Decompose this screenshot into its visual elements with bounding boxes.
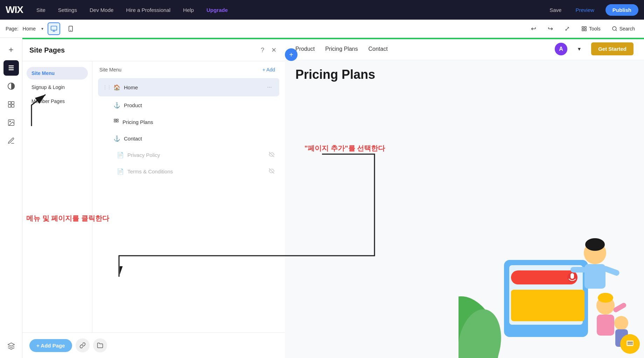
panel-footer: + Add Page	[22, 332, 285, 358]
sidebar-layers-button[interactable]	[4, 338, 19, 354]
doc-icon: 📄	[117, 168, 124, 175]
svg-rect-44	[612, 302, 627, 313]
panel-nav: Site Menu Signup & Login Member Pages	[22, 61, 92, 332]
sidebar-pages-button[interactable]	[4, 60, 19, 76]
hidden-eye-icon	[269, 152, 274, 158]
svg-point-45	[614, 316, 628, 330]
wix-logo: WIX	[6, 4, 23, 15]
contact-icon: ⚓	[113, 135, 120, 142]
avatar-chevron-icon[interactable]: ▾	[578, 46, 581, 52]
svg-rect-6	[584, 27, 586, 28]
preview-nav-contact[interactable]: Contact	[369, 46, 388, 52]
svg-rect-17	[8, 105, 10, 107]
doc-icon: 📄	[117, 152, 124, 158]
preview-nav-product[interactable]: Product	[295, 46, 315, 52]
tools-button[interactable]: Tools	[578, 24, 604, 34]
preview-hero: Pricing Plans	[285, 60, 644, 358]
sidebar-add-button[interactable]: +	[4, 42, 19, 57]
add-page-button[interactable]: + Add Page	[29, 339, 72, 352]
svg-marker-21	[8, 343, 14, 346]
svg-rect-43	[597, 315, 614, 336]
mobile-view-button[interactable]	[64, 22, 77, 35]
svg-rect-15	[8, 102, 10, 104]
nav-site-menu[interactable]: Site Menu	[27, 67, 88, 80]
page-item-product[interactable]: ⋮⋮ ⚓ Product	[98, 98, 279, 113]
link-icon-button[interactable]	[76, 338, 90, 352]
svg-rect-24	[114, 121, 116, 122]
anchor-icon: ⚓	[113, 102, 120, 109]
site-pages-panel: Site Pages ? ✕ Site Menu Signup & Login …	[22, 38, 285, 358]
add-page-link[interactable]: + Add	[260, 66, 278, 74]
svg-rect-38	[584, 264, 606, 289]
page-label-pricing-plans: Pricing Plans	[122, 119, 274, 125]
page-label-contact: Contact	[124, 136, 274, 142]
tools-label: Tools	[589, 26, 601, 32]
panel-list: Site Menu + Add ⋮⋮ 🏠 Home ··· ⋮⋮ ⚓ Produ…	[92, 61, 285, 332]
fit-button[interactable]: ⤢	[561, 22, 574, 35]
svg-rect-16	[11, 102, 14, 104]
annotation-text-2: "페이지 추가"를 선택한다	[304, 144, 385, 153]
save-button[interactable]: Save	[547, 6, 564, 14]
website-preview: + Product Pricing Plans Contact A ▾ Get …	[285, 38, 644, 358]
left-sidebar: +	[0, 38, 22, 358]
page-dropdown-icon[interactable]: ▾	[41, 26, 43, 31]
sidebar-apps-button[interactable]	[4, 97, 19, 112]
desktop-view-button[interactable]	[48, 22, 60, 35]
close-icon[interactable]: ✕	[270, 45, 278, 55]
panel-header: Site Pages ? ✕	[22, 38, 285, 61]
preview-nav: Product Pricing Plans Contact A ▾ Get St…	[285, 38, 644, 60]
annotation-text-1: 메뉴 및 페이지를 클릭한다	[26, 214, 109, 223]
canvas-top-indicator	[22, 38, 644, 39]
page-item-pricing-plans[interactable]: ⋮⋮ Pricing Plans	[98, 114, 279, 130]
sidebar-media-button[interactable]	[4, 115, 19, 130]
nav-help[interactable]: Help	[181, 6, 196, 14]
page-more-button-home[interactable]: ···	[265, 82, 274, 92]
page-label: Page:	[6, 26, 19, 32]
nav-member-pages[interactable]: Member Pages	[27, 95, 88, 108]
folder-icon-button[interactable]	[93, 338, 107, 352]
hidden-eye-icon	[269, 168, 274, 175]
search-label: Search	[620, 26, 635, 32]
page-item-contact[interactable]: ⋮⋮ ⚓ Contact	[98, 131, 279, 146]
nav-settings[interactable]: Settings	[56, 6, 79, 14]
page-label-home: Home	[124, 84, 261, 90]
sidebar-design-button[interactable]	[4, 78, 19, 94]
svg-rect-25	[117, 121, 118, 122]
preview-button[interactable]: Preview	[573, 6, 597, 14]
hero-illustration	[458, 197, 640, 358]
panel-title: Site Pages	[29, 46, 65, 54]
nav-signup-login[interactable]: Signup & Login	[27, 81, 88, 94]
svg-rect-12	[8, 67, 14, 68]
nav-devmode[interactable]: Dev Mode	[88, 6, 115, 14]
preview-nav-pricing[interactable]: Pricing Plans	[325, 46, 358, 52]
nav-upgrade[interactable]: Upgrade	[204, 6, 230, 14]
page-item-privacy-policy[interactable]: ⋮⋮ 📄 Privacy Policy	[98, 147, 279, 163]
publish-button[interactable]: Publish	[606, 4, 638, 16]
page-label-privacy-policy: Privacy Policy	[127, 152, 265, 158]
svg-rect-0	[51, 26, 57, 30]
undo-button[interactable]: ↩	[527, 22, 540, 35]
svg-rect-18	[11, 105, 14, 107]
help-icon[interactable]: ?	[259, 45, 266, 55]
grid-icon	[113, 118, 119, 125]
user-avatar: A	[555, 43, 567, 55]
pricing-section: Pricing Plans	[285, 60, 644, 89]
svg-rect-11	[8, 66, 14, 67]
panel-header-icons: ? ✕	[259, 45, 278, 55]
svg-rect-48	[626, 340, 634, 346]
svg-rect-8	[582, 29, 584, 31]
page-item-terms-conditions[interactable]: ⋮⋮ 📄 Terms & Conditions	[98, 164, 279, 179]
page-name: Home	[23, 26, 36, 32]
drag-handle-icon: ⋮⋮	[103, 85, 111, 90]
canvas-add-button[interactable]: +	[285, 48, 298, 61]
page-item-home[interactable]: ⋮⋮ 🏠 Home ···	[98, 78, 279, 96]
svg-rect-23	[117, 119, 118, 120]
nav-hire[interactable]: Hire a Professional	[124, 6, 173, 14]
redo-button[interactable]: ↪	[544, 22, 557, 35]
second-toolbar: Page: Home ▾ ↩ ↪ ⤢ Tools Search	[0, 20, 644, 38]
svg-rect-13	[8, 69, 14, 70]
search-button[interactable]: Search	[608, 24, 638, 34]
nav-site[interactable]: Site	[34, 6, 48, 14]
get-started-button[interactable]: Get Started	[591, 42, 634, 55]
sidebar-blog-button[interactable]	[4, 133, 19, 149]
